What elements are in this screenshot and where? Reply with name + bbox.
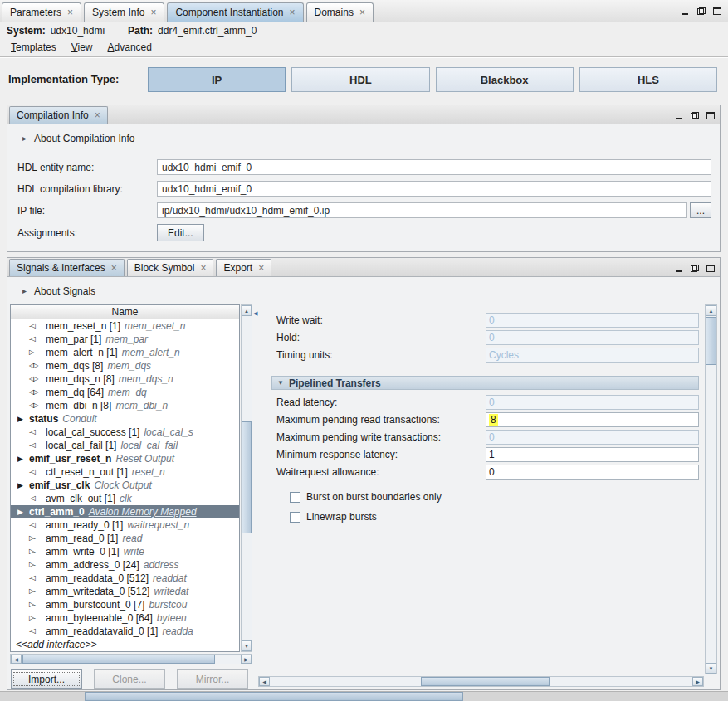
- scrollbar-thumb[interactable]: [421, 677, 550, 686]
- max-pending-write-input[interactable]: 0: [486, 430, 699, 445]
- tab-block-symbol[interactable]: Block Symbol×: [127, 259, 214, 276]
- menu-advanced[interactable]: Advanced: [100, 40, 159, 55]
- tree-item[interactable]: -◁amm_readdata_0 [512]readdat: [11, 572, 239, 585]
- tree-item[interactable]: -◁local_cal_fail [1]local_cal_fail: [11, 439, 239, 452]
- assignments-button[interactable]: Edit...: [157, 224, 204, 241]
- tree-item[interactable]: -◁local_cal_success [1]local_cal_s: [11, 426, 239, 439]
- tree-item[interactable]: -◁amm_readdatavalid_0 [1]readda: [11, 625, 239, 638]
- tree-item[interactable]: ▷-amm_burstcount_0 [7]burstcou: [11, 598, 239, 611]
- tree-item[interactable]: ▶ctrl_amm_0Avalon Memory Mapped: [11, 505, 239, 518]
- tab-close-icon[interactable]: ×: [258, 263, 264, 273]
- scrollbar-thumb[interactable]: [242, 421, 252, 533]
- scrollbar-thumb[interactable]: [85, 692, 463, 701]
- timing-units-input[interactable]: Cycles: [486, 348, 699, 363]
- scroll-up-icon[interactable]: ▲: [242, 305, 252, 316]
- tab-system-info[interactable]: System Info×: [84, 2, 164, 22]
- tree-item[interactable]: -◁ctl_reset_n_out [1]reset_n: [11, 465, 239, 479]
- maximize-icon[interactable]: [706, 265, 715, 272]
- tab-close-icon[interactable]: ×: [290, 7, 296, 17]
- tree-name-column-header[interactable]: Name: [11, 305, 239, 319]
- tab-export[interactable]: Export×: [216, 259, 271, 276]
- collapsed-arrow-icon[interactable]: ▸: [22, 134, 27, 143]
- hdl-compilation-library-input[interactable]: udx10_hdmi_emif_0: [157, 181, 711, 197]
- tab-close-icon[interactable]: ×: [95, 110, 100, 120]
- tab-parameters[interactable]: Parameters×: [2, 2, 81, 22]
- impl-type-hdl-button[interactable]: HDL: [291, 67, 429, 92]
- scroll-left-icon[interactable]: ◀: [11, 655, 22, 664]
- tab-signals-interfaces[interactable]: Signals & Interfaces×: [9, 259, 125, 276]
- tree-item[interactable]: ▶emif_usr_clkClock Output: [11, 479, 239, 492]
- ip-file-browse-button[interactable]: ...: [690, 202, 711, 218]
- tree-item[interactable]: ◁▷mem_dq [64]mem_dq: [11, 386, 239, 399]
- tab-compilation-info[interactable]: Compilation Info ×: [9, 106, 108, 124]
- impl-type-hls-button[interactable]: HLS: [579, 67, 717, 92]
- tree-item[interactable]: -◁amm_ready_0 [1]waitrequest_n: [11, 518, 239, 532]
- hold-input[interactable]: 0: [486, 330, 699, 345]
- tree-item[interactable]: ▷-amm_read_0 [1]read: [11, 532, 239, 545]
- impl-type-blackbox-button[interactable]: Blackbox: [436, 67, 574, 92]
- scroll-right-icon[interactable]: ▶: [692, 677, 703, 686]
- hdl-entity-name-input[interactable]: udx10_hdmi_emif_0: [157, 159, 711, 175]
- tree-vertical-scrollbar[interactable]: ▲ ▼: [241, 304, 252, 652]
- tab-close-icon[interactable]: ×: [67, 7, 73, 17]
- restore-icon[interactable]: [697, 7, 706, 15]
- minimize-icon[interactable]: [675, 265, 683, 272]
- tree-item[interactable]: ◁▷mem_dqs_n [8]mem_dqs_n: [11, 372, 239, 386]
- restore-icon[interactable]: [691, 265, 699, 272]
- properties-vertical-scrollbar[interactable]: ▲ ▼: [705, 304, 717, 674]
- about-compilation-info[interactable]: ▸ About Compilation Info: [7, 124, 720, 149]
- properties-horizontal-scrollbar[interactable]: ◀ ▶: [258, 676, 704, 687]
- tree-item[interactable]: ▶statusConduit: [11, 412, 239, 426]
- scroll-right-icon[interactable]: ▶: [241, 655, 252, 664]
- maximize-icon[interactable]: [713, 7, 721, 15]
- tab-close-icon[interactable]: ×: [200, 263, 206, 273]
- tree-item[interactable]: -◁mem_reset_n [1]mem_reset_n: [11, 319, 239, 333]
- scroll-down-icon[interactable]: ▼: [242, 640, 252, 651]
- tree-item[interactable]: ▷-mem_alert_n [1]mem_alert_n: [11, 346, 239, 359]
- scroll-up-icon[interactable]: ▲: [706, 305, 716, 316]
- minimize-icon[interactable]: [675, 112, 683, 119]
- tree-item[interactable]: ▶emif_usr_reset_nReset Output: [11, 452, 239, 465]
- tree-horizontal-scrollbar[interactable]: ◀ ▶: [10, 654, 252, 664]
- tree-item[interactable]: ▷-amm_byteenable_0 [64]byteen: [11, 611, 239, 625]
- tree-item[interactable]: -◁mem_par [1]mem_par: [11, 333, 239, 346]
- restore-icon[interactable]: [691, 112, 699, 119]
- clone-button[interactable]: Clone...: [94, 669, 165, 689]
- tree-item[interactable]: ◁▷mem_dbi_n [8]mem_dbi_n: [11, 399, 239, 412]
- scrollbar-thumb[interactable]: [706, 317, 716, 365]
- impl-type-ip-button[interactable]: IP: [148, 67, 286, 92]
- menu-templates[interactable]: Templates: [3, 40, 64, 55]
- read-latency-input[interactable]: 0: [486, 395, 699, 410]
- linewrap-bursts-checkbox[interactable]: [290, 512, 300, 523]
- import-button[interactable]: Import...: [11, 669, 82, 689]
- window-horizontal-scrollbar[interactable]: [0, 691, 728, 701]
- burst-boundaries-checkbox[interactable]: [290, 492, 300, 503]
- tab-component-instantiation[interactable]: Component Instantiation×: [167, 2, 303, 22]
- tab-close-icon[interactable]: ×: [150, 7, 156, 17]
- max-pending-read-input[interactable]: 8: [486, 412, 699, 427]
- mirror-button[interactable]: Mirror...: [177, 669, 248, 689]
- pipelined-transfers-section-header[interactable]: ▼ Pipelined Transfers: [271, 376, 699, 390]
- menu-view[interactable]: View: [64, 40, 100, 55]
- minimize-icon[interactable]: [682, 7, 690, 15]
- tree-item[interactable]: ▷-amm_address_0 [24]address: [11, 558, 239, 572]
- scrollbar-thumb[interactable]: [22, 655, 215, 664]
- waitrequest-allowance-input[interactable]: 0: [486, 465, 699, 480]
- scroll-left-icon[interactable]: ◀: [259, 677, 270, 686]
- tab-domains[interactable]: Domains×: [306, 2, 374, 22]
- about-signals[interactable]: ▸ About Signals: [7, 277, 720, 302]
- write-wait-input[interactable]: 0: [486, 313, 699, 328]
- collapsed-arrow-icon[interactable]: ▸: [22, 287, 27, 295]
- tab-close-icon[interactable]: ×: [111, 263, 117, 273]
- tree-item[interactable]: ◁▷mem_dqs [8]mem_dqs: [11, 359, 239, 372]
- add-interface-item[interactable]: <<add interface>>: [11, 638, 239, 651]
- min-response-latency-input[interactable]: 1: [486, 447, 699, 462]
- collapse-left-icon[interactable]: ◀: [253, 310, 257, 316]
- ip-file-input[interactable]: ip/udx10_hdmi/udx10_hdmi_emif_0.ip: [157, 202, 687, 218]
- maximize-icon[interactable]: [706, 112, 715, 119]
- tree-item[interactable]: -◁avm_clk_out [1]clk: [11, 492, 239, 505]
- tree-item[interactable]: ▷-amm_writedata_0 [512]writedat: [11, 585, 239, 598]
- scroll-down-icon[interactable]: ▼: [706, 663, 716, 674]
- tree-item[interactable]: ▷-amm_write_0 [1]write: [11, 545, 239, 558]
- tab-close-icon[interactable]: ×: [359, 7, 365, 17]
